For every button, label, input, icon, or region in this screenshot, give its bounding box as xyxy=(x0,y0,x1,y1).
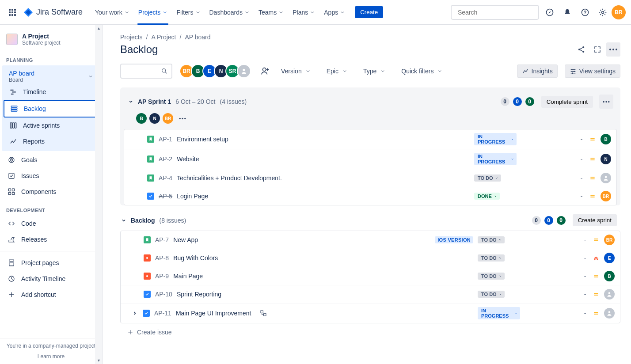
nav-teams[interactable]: Teams xyxy=(255,0,287,25)
version-badge[interactable]: IOS VERSION xyxy=(435,236,473,243)
status-badge[interactable]: TO DO xyxy=(478,273,505,280)
issue-row[interactable]: AP-11Main Page UI ImprovementIN PROGRESS… xyxy=(121,303,620,323)
issue-key[interactable]: AP-2 xyxy=(159,155,172,163)
issue-key[interactable]: AP-1 xyxy=(159,136,172,143)
sprint-progress-count[interactable]: 0 xyxy=(513,97,522,106)
sprint-toggle[interactable] xyxy=(127,98,134,105)
nav-projects[interactable]: Projects xyxy=(135,0,171,25)
nav-apps[interactable]: Apps xyxy=(320,0,349,25)
issue-row[interactable]: AP-10Sprint ReportingTO DO- xyxy=(121,285,620,303)
sprint-assignee-more[interactable] xyxy=(179,118,186,120)
priority-field[interactable] xyxy=(593,236,600,243)
user-avatar[interactable]: BR xyxy=(612,5,626,19)
issue-key[interactable]: AP-10 xyxy=(155,291,172,298)
issue-key[interactable]: AP-11 xyxy=(154,310,171,317)
board-selector[interactable]: AP board Board xyxy=(4,65,99,84)
status-badge[interactable]: TO DO xyxy=(478,254,505,262)
fullscreen-button[interactable] xyxy=(590,42,604,57)
create-sprint-button[interactable]: Create sprint xyxy=(573,214,617,226)
insights-button[interactable]: Insights xyxy=(517,64,558,78)
assignee-avatar[interactable]: B xyxy=(601,134,611,144)
filter-quick-filters[interactable]: Quick filters xyxy=(399,68,444,75)
sidebar-item-reports[interactable]: Reports xyxy=(4,133,99,149)
issue-key[interactable]: AP-7 xyxy=(155,236,169,243)
breadcrumb-a-project[interactable]: A Project xyxy=(151,34,176,41)
priority-field[interactable] xyxy=(589,155,596,163)
sidebar-item-timeline[interactable]: Timeline xyxy=(4,84,99,100)
create-button[interactable]: Create xyxy=(355,6,383,18)
breadcrumb-projects[interactable]: Projects xyxy=(120,34,143,41)
complete-sprint-button[interactable]: Complete sprint xyxy=(541,96,593,108)
priority-field[interactable] xyxy=(593,273,600,280)
priority-field[interactable] xyxy=(589,193,596,200)
help-button[interactable]: ? xyxy=(578,5,592,19)
status-badge[interactable]: DONE xyxy=(474,193,500,200)
nav-filters[interactable]: Filters xyxy=(173,0,204,25)
issue-row[interactable]: AP-2WebsiteIN PROGRESS-N xyxy=(124,149,616,169)
assignee-avatar[interactable]: E xyxy=(604,253,615,263)
priority-field[interactable] xyxy=(593,254,600,262)
assignee-avatar[interactable]: B xyxy=(604,271,615,281)
breadcrumb-ap-board[interactable]: AP board xyxy=(185,34,210,41)
sidebar-item-code[interactable]: Code xyxy=(0,216,102,231)
backlog-progress-count[interactable]: 0 xyxy=(544,216,553,225)
global-search[interactable] xyxy=(451,5,539,20)
issue-row[interactable]: AP-5Login PageDONE-BR xyxy=(124,187,616,205)
assignee-avatar-unassigned[interactable] xyxy=(601,173,611,183)
jira-logo[interactable]: Jira Software xyxy=(23,7,83,18)
assignee-avatar[interactable]: N xyxy=(601,154,611,164)
priority-field[interactable] xyxy=(589,136,596,143)
status-badge[interactable]: TO DO xyxy=(474,174,501,182)
status-badge[interactable]: IN PROGRESS xyxy=(478,307,520,319)
sidebar-item-project-pages[interactable]: Project pages xyxy=(0,255,102,271)
sprint-assignee-avatar[interactable]: B xyxy=(136,113,147,124)
sidebar-scrollbar[interactable]: ▴▾ xyxy=(95,25,102,364)
sidebar-item-components[interactable]: Components xyxy=(0,184,102,200)
status-badge[interactable]: TO DO xyxy=(478,291,505,298)
assignee-avatar[interactable]: BR xyxy=(601,191,611,201)
project-header[interactable]: A Project Software project xyxy=(0,25,102,49)
subtask-toggle[interactable] xyxy=(131,310,138,317)
assignee-avatar[interactable]: BR xyxy=(604,235,615,245)
issue-row[interactable]: AP-7New AppIOS VERSIONTO DO-BR xyxy=(121,231,620,249)
backlog-toggle[interactable] xyxy=(120,217,127,224)
priority-field[interactable] xyxy=(589,174,596,182)
sprint-assignee-avatar[interactable]: BR xyxy=(163,113,173,124)
sidebar-item-issues[interactable]: Issues xyxy=(0,168,102,184)
add-member-button[interactable] xyxy=(258,64,272,78)
sprint-done-count[interactable]: 0 xyxy=(525,97,534,106)
sidebar-item-goals[interactable]: Goals xyxy=(0,152,102,168)
status-badge[interactable]: TO DO xyxy=(478,236,505,243)
notifications-button[interactable] xyxy=(560,5,574,19)
settings-button[interactable] xyxy=(596,5,610,19)
nav-plans[interactable]: Plans xyxy=(289,0,319,25)
sidebar-item-releases[interactable]: Releases xyxy=(0,231,102,247)
issue-key[interactable]: AP-9 xyxy=(155,273,169,280)
status-badge[interactable]: IN PROGRESS xyxy=(474,153,517,165)
priority-field[interactable] xyxy=(593,310,600,317)
sidebar-item-activity-timeline[interactable]: Activity Timeline xyxy=(0,271,102,287)
share-button[interactable] xyxy=(574,42,589,57)
issue-key[interactable]: AP-8 xyxy=(155,254,169,262)
sidebar-item-backlog[interactable]: Backlog xyxy=(4,100,99,118)
issue-row[interactable]: AP-4Technicalities + Product Development… xyxy=(124,169,616,187)
board-search[interactable] xyxy=(120,64,172,79)
sprint-todo-count[interactable]: 0 xyxy=(501,97,509,106)
sprint-more-button[interactable] xyxy=(599,95,613,109)
assignee-filter-avatar[interactable] xyxy=(237,64,251,78)
filter-epic[interactable]: Epic xyxy=(325,68,349,75)
nav-your-work[interactable]: Your work xyxy=(91,0,133,25)
view-settings-button[interactable]: View settings xyxy=(565,64,620,78)
search-input[interactable] xyxy=(458,9,535,16)
issue-key[interactable]: AP-4 xyxy=(159,174,172,182)
sprint-assignee-avatar[interactable]: N xyxy=(149,113,160,124)
assignee-avatar-unassigned[interactable] xyxy=(604,308,615,318)
backlog-done-count[interactable]: 0 xyxy=(557,216,566,225)
assignee-avatar-unassigned[interactable] xyxy=(604,289,615,300)
issue-row[interactable]: AP-1Environment setupIN PROGRESS-B xyxy=(124,129,616,149)
sidebar-item-active-sprints[interactable]: Active sprints xyxy=(4,118,99,133)
nav-dashboards[interactable]: Dashboards xyxy=(206,0,254,25)
filter-version[interactable]: Version xyxy=(279,68,312,75)
status-badge[interactable]: IN PROGRESS xyxy=(474,133,517,145)
sidebar-item-add-shortcut[interactable]: Add shortcut xyxy=(0,287,102,303)
